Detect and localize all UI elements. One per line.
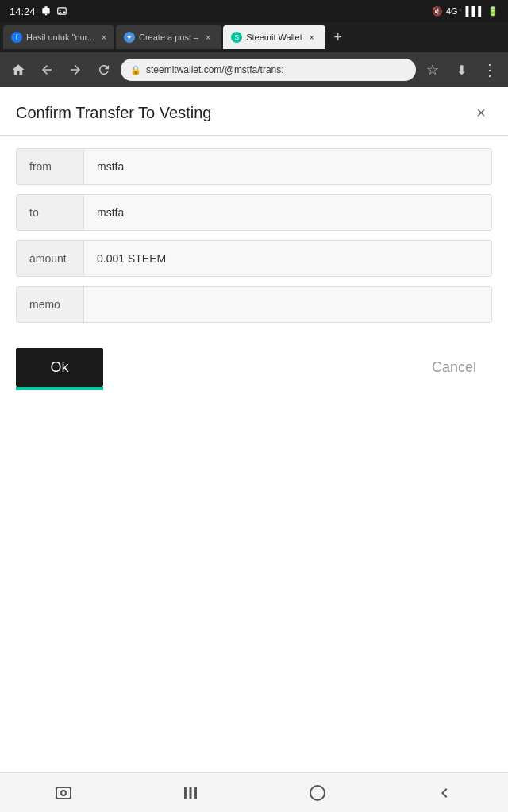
tab-1-close[interactable]: × xyxy=(98,32,110,43)
download-button[interactable]: ⬇ xyxy=(449,58,473,82)
amount-label: amount xyxy=(17,241,84,276)
tab-3-favicon: S xyxy=(231,32,242,43)
svg-point-6 xyxy=(61,791,66,795)
cancel-button[interactable]: Cancel xyxy=(416,348,492,387)
svg-point-10 xyxy=(310,786,325,800)
svg-rect-5 xyxy=(56,787,71,799)
to-value: mstfa xyxy=(84,195,491,230)
tab-3-label: Steemit Wallet xyxy=(246,33,302,42)
from-value: mstfa xyxy=(84,149,491,184)
svg-rect-0 xyxy=(44,6,48,8)
home-nav-button[interactable] xyxy=(294,779,341,807)
svg-rect-7 xyxy=(184,787,187,799)
tab-2-close[interactable]: × xyxy=(202,32,214,43)
address-text: steemitwallet.com/@mstfa/trans: xyxy=(146,64,284,75)
memo-label: memo xyxy=(17,287,84,322)
svg-rect-9 xyxy=(194,787,197,799)
dialog-header: Confirm Transfer To Vesting × xyxy=(0,87,508,136)
amount-value: 0.001 STEEM xyxy=(84,241,491,276)
status-bar-left: 14:24 xyxy=(10,6,67,17)
svg-rect-8 xyxy=(190,787,192,799)
time-display: 14:24 xyxy=(10,6,36,17)
battery-icon: 🔋 xyxy=(487,6,498,17)
svg-rect-1 xyxy=(42,8,49,14)
memo-value xyxy=(84,287,491,322)
to-label: to xyxy=(17,195,84,230)
svg-point-4 xyxy=(59,10,60,11)
status-bar: 14:24 🔇 4G⁺ ▌▌▌ 🔋 xyxy=(0,0,508,22)
signal-icon: ▌▌▌ xyxy=(466,6,484,16)
to-field-row: to mstfa xyxy=(16,194,492,231)
from-field-row: from mstfa xyxy=(16,148,492,185)
back-button[interactable] xyxy=(35,58,59,82)
status-bar-right: 🔇 4G⁺ ▌▌▌ 🔋 xyxy=(432,6,498,17)
confirm-dialog: Confirm Transfer To Vesting × from mstfa… xyxy=(0,87,508,400)
screenshot-nav-button[interactable] xyxy=(40,779,87,807)
photo-icon xyxy=(56,6,67,17)
tab-2-label: Create a post – xyxy=(139,33,198,42)
page-content: Confirm Transfer To Vesting × from mstfa… xyxy=(0,87,508,772)
tab-2[interactable]: ✦ Create a post – × xyxy=(116,25,221,49)
back-nav-button[interactable] xyxy=(421,779,468,807)
bookmark-button[interactable]: ☆ xyxy=(421,58,444,82)
tab-2-favicon: ✦ xyxy=(124,32,135,43)
forward-button[interactable] xyxy=(64,58,87,82)
network-icon: 4G⁺ xyxy=(446,6,463,17)
form-section: from mstfa to mstfa amount 0.001 STEEM m… xyxy=(0,136,508,335)
dialog-close-button[interactable]: × xyxy=(470,102,492,124)
notification-icon xyxy=(40,6,52,17)
address-bar: 🔒 steemitwallet.com/@mstfa/trans: ☆ ⬇ ⋮ xyxy=(0,52,508,87)
tab-3[interactable]: S Steemit Wallet × xyxy=(223,25,325,49)
home-button[interactable] xyxy=(6,58,30,82)
memo-field-row: memo xyxy=(16,286,492,323)
mute-icon: 🔇 xyxy=(432,6,443,17)
amount-field-row: amount 0.001 STEEM xyxy=(16,240,492,277)
from-label: from xyxy=(17,149,84,184)
tab-3-close[interactable]: × xyxy=(306,32,318,43)
new-tab-button[interactable]: + xyxy=(327,26,349,48)
tab-1[interactable]: f Hasil untuk "nur... × xyxy=(3,25,114,49)
svg-rect-2 xyxy=(44,14,46,16)
button-row: Ok Cancel xyxy=(0,335,508,400)
browser-chrome: f Hasil untuk "nur... × ✦ Create a post … xyxy=(0,22,508,87)
bottom-nav xyxy=(0,772,508,812)
menu-nav-button[interactable] xyxy=(167,779,214,807)
dialog-title: Confirm Transfer To Vesting xyxy=(16,104,211,122)
tab-1-favicon: f xyxy=(11,32,22,43)
address-input[interactable]: 🔒 steemitwallet.com/@mstfa/trans: xyxy=(121,59,416,81)
tab-bar: f Hasil untuk "nur... × ✦ Create a post … xyxy=(0,22,508,52)
tab-1-label: Hasil untuk "nur... xyxy=(26,33,94,42)
lock-icon: 🔒 xyxy=(130,65,141,75)
reload-button[interactable] xyxy=(92,58,116,82)
menu-button[interactable]: ⋮ xyxy=(478,58,502,82)
ok-button[interactable]: Ok xyxy=(16,348,103,387)
